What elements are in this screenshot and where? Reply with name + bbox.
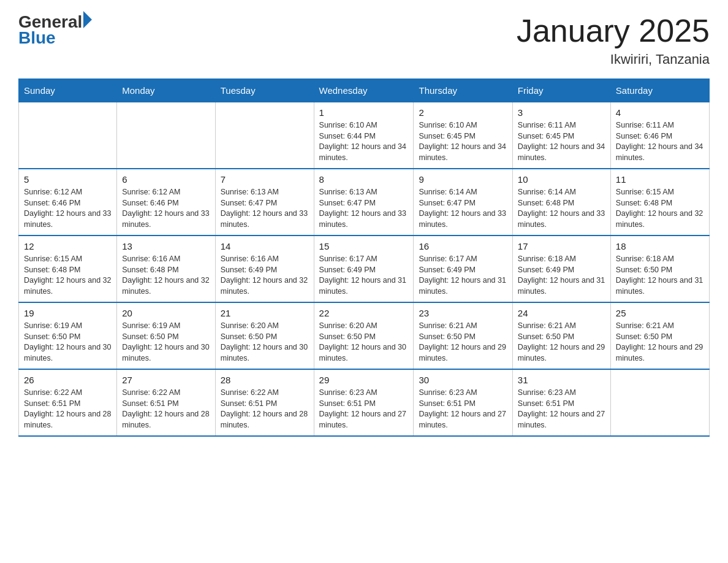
- day-number: 5: [24, 174, 112, 185]
- calendar-title: January 2025: [517, 12, 710, 49]
- day-number: 6: [122, 174, 210, 185]
- day-info: Sunrise: 6:18 AM Sunset: 6:49 PM Dayligh…: [518, 254, 605, 297]
- calendar-cell: 30Sunrise: 6:23 AM Sunset: 6:51 PM Dayli…: [414, 369, 512, 436]
- day-info: Sunrise: 6:12 AM Sunset: 6:46 PM Dayligh…: [122, 187, 210, 230]
- calendar-week-row: 1Sunrise: 6:10 AM Sunset: 6:44 PM Daylig…: [19, 102, 710, 169]
- calendar-cell: 26Sunrise: 6:22 AM Sunset: 6:51 PM Dayli…: [19, 369, 117, 436]
- day-info: Sunrise: 6:20 AM Sunset: 6:50 PM Dayligh…: [319, 321, 409, 364]
- calendar-cell: 24Sunrise: 6:21 AM Sunset: 6:50 PM Dayli…: [512, 302, 610, 369]
- day-info: Sunrise: 6:19 AM Sunset: 6:50 PM Dayligh…: [122, 321, 210, 364]
- calendar-cell: 29Sunrise: 6:23 AM Sunset: 6:51 PM Dayli…: [314, 369, 414, 436]
- day-number: 7: [221, 174, 309, 185]
- day-info: Sunrise: 6:13 AM Sunset: 6:47 PM Dayligh…: [221, 187, 309, 230]
- calendar-cell: 1Sunrise: 6:10 AM Sunset: 6:44 PM Daylig…: [314, 102, 414, 169]
- day-number: 28: [221, 375, 309, 385]
- day-info: Sunrise: 6:14 AM Sunset: 6:47 PM Dayligh…: [419, 187, 507, 230]
- day-info: Sunrise: 6:18 AM Sunset: 6:50 PM Dayligh…: [616, 254, 704, 297]
- day-number: 16: [419, 241, 507, 251]
- weekday-header-thursday: Thursday: [414, 79, 512, 102]
- calendar-body: 1Sunrise: 6:10 AM Sunset: 6:44 PM Daylig…: [19, 102, 710, 437]
- day-number: 4: [616, 107, 704, 118]
- day-number: 13: [122, 241, 210, 251]
- calendar-cell: 5Sunrise: 6:12 AM Sunset: 6:46 PM Daylig…: [19, 169, 117, 236]
- day-info: Sunrise: 6:23 AM Sunset: 6:51 PM Dayligh…: [518, 388, 605, 431]
- calendar-cell: 27Sunrise: 6:22 AM Sunset: 6:51 PM Dayli…: [117, 369, 215, 436]
- calendar-cell: 15Sunrise: 6:17 AM Sunset: 6:49 PM Dayli…: [314, 236, 414, 302]
- day-number: 12: [24, 241, 112, 251]
- weekday-header-saturday: Saturday: [610, 79, 709, 102]
- calendar-cell: 4Sunrise: 6:11 AM Sunset: 6:46 PM Daylig…: [610, 102, 709, 169]
- day-number: 27: [122, 375, 210, 385]
- day-info: Sunrise: 6:15 AM Sunset: 6:48 PM Dayligh…: [616, 187, 704, 230]
- logo-triangle-icon: [83, 11, 92, 28]
- calendar-cell: 11Sunrise: 6:15 AM Sunset: 6:48 PM Dayli…: [610, 169, 709, 236]
- day-info: Sunrise: 6:23 AM Sunset: 6:51 PM Dayligh…: [419, 388, 507, 431]
- day-info: Sunrise: 6:14 AM Sunset: 6:48 PM Dayligh…: [518, 187, 605, 230]
- calendar-cell: 13Sunrise: 6:16 AM Sunset: 6:48 PM Dayli…: [117, 236, 215, 302]
- day-info: Sunrise: 6:21 AM Sunset: 6:50 PM Dayligh…: [419, 321, 507, 364]
- day-number: 18: [616, 241, 704, 251]
- day-info: Sunrise: 6:16 AM Sunset: 6:49 PM Dayligh…: [221, 254, 309, 297]
- day-number: 25: [616, 308, 704, 318]
- day-number: 22: [319, 308, 409, 318]
- calendar-cell: [19, 102, 117, 169]
- day-number: 14: [221, 241, 309, 251]
- calendar-cell: 18Sunrise: 6:18 AM Sunset: 6:50 PM Dayli…: [610, 236, 709, 302]
- day-number: 26: [24, 375, 112, 385]
- day-number: 15: [319, 241, 409, 251]
- day-number: 31: [518, 375, 605, 385]
- day-number: 3: [518, 107, 605, 118]
- calendar-cell: 8Sunrise: 6:13 AM Sunset: 6:47 PM Daylig…: [314, 169, 414, 236]
- calendar-cell: 17Sunrise: 6:18 AM Sunset: 6:49 PM Dayli…: [512, 236, 610, 302]
- calendar-table: SundayMondayTuesdayWednesdayThursdayFrid…: [18, 79, 710, 437]
- day-info: Sunrise: 6:21 AM Sunset: 6:50 PM Dayligh…: [616, 321, 704, 364]
- logo: General Blue: [18, 12, 92, 48]
- calendar-cell: 19Sunrise: 6:19 AM Sunset: 6:50 PM Dayli…: [19, 302, 117, 369]
- calendar-cell: 25Sunrise: 6:21 AM Sunset: 6:50 PM Dayli…: [610, 302, 709, 369]
- day-info: Sunrise: 6:22 AM Sunset: 6:51 PM Dayligh…: [24, 388, 112, 431]
- calendar-header: SundayMondayTuesdayWednesdayThursdayFrid…: [19, 79, 710, 102]
- day-info: Sunrise: 6:20 AM Sunset: 6:50 PM Dayligh…: [221, 321, 309, 364]
- calendar-cell: 6Sunrise: 6:12 AM Sunset: 6:46 PM Daylig…: [117, 169, 215, 236]
- day-number: 17: [518, 241, 605, 251]
- day-info: Sunrise: 6:17 AM Sunset: 6:49 PM Dayligh…: [419, 254, 507, 297]
- weekday-header-tuesday: Tuesday: [215, 79, 314, 102]
- day-info: Sunrise: 6:11 AM Sunset: 6:46 PM Dayligh…: [616, 120, 704, 163]
- weekday-header-monday: Monday: [117, 79, 215, 102]
- calendar-subtitle: Ikwiriri, Tanzania: [517, 52, 710, 67]
- calendar-cell: 20Sunrise: 6:19 AM Sunset: 6:50 PM Dayli…: [117, 302, 215, 369]
- calendar-week-row: 26Sunrise: 6:22 AM Sunset: 6:51 PM Dayli…: [19, 369, 710, 436]
- day-number: 19: [24, 308, 112, 318]
- day-info: Sunrise: 6:12 AM Sunset: 6:46 PM Dayligh…: [24, 187, 112, 230]
- weekday-header-friday: Friday: [512, 79, 610, 102]
- calendar-cell: 10Sunrise: 6:14 AM Sunset: 6:48 PM Dayli…: [512, 169, 610, 236]
- day-number: 21: [221, 308, 309, 318]
- page-header: General Blue January 2025 Ikwiriri, Tanz…: [18, 12, 710, 67]
- day-info: Sunrise: 6:19 AM Sunset: 6:50 PM Dayligh…: [24, 321, 112, 364]
- calendar-cell: 9Sunrise: 6:14 AM Sunset: 6:47 PM Daylig…: [414, 169, 512, 236]
- calendar-cell: 2Sunrise: 6:10 AM Sunset: 6:45 PM Daylig…: [414, 102, 512, 169]
- calendar-cell: 3Sunrise: 6:11 AM Sunset: 6:45 PM Daylig…: [512, 102, 610, 169]
- weekday-header-sunday: Sunday: [19, 79, 117, 102]
- day-info: Sunrise: 6:22 AM Sunset: 6:51 PM Dayligh…: [221, 388, 309, 431]
- day-number: 11: [616, 174, 704, 185]
- calendar-cell: 21Sunrise: 6:20 AM Sunset: 6:50 PM Dayli…: [215, 302, 314, 369]
- calendar-cell: 23Sunrise: 6:21 AM Sunset: 6:50 PM Dayli…: [414, 302, 512, 369]
- calendar-week-row: 12Sunrise: 6:15 AM Sunset: 6:48 PM Dayli…: [19, 236, 710, 302]
- day-info: Sunrise: 6:15 AM Sunset: 6:48 PM Dayligh…: [24, 254, 112, 297]
- day-info: Sunrise: 6:21 AM Sunset: 6:50 PM Dayligh…: [518, 321, 605, 364]
- calendar-cell: 7Sunrise: 6:13 AM Sunset: 6:47 PM Daylig…: [215, 169, 314, 236]
- calendar-cell: 31Sunrise: 6:23 AM Sunset: 6:51 PM Dayli…: [512, 369, 610, 436]
- day-info: Sunrise: 6:16 AM Sunset: 6:48 PM Dayligh…: [122, 254, 210, 297]
- calendar-cell: [610, 369, 709, 436]
- calendar-cell: 16Sunrise: 6:17 AM Sunset: 6:49 PM Dayli…: [414, 236, 512, 302]
- day-number: 20: [122, 308, 210, 318]
- logo-blue-text: Blue: [18, 28, 92, 48]
- calendar-cell: 28Sunrise: 6:22 AM Sunset: 6:51 PM Dayli…: [215, 369, 314, 436]
- day-info: Sunrise: 6:10 AM Sunset: 6:44 PM Dayligh…: [319, 120, 409, 163]
- title-block: January 2025 Ikwiriri, Tanzania: [517, 12, 710, 67]
- day-info: Sunrise: 6:22 AM Sunset: 6:51 PM Dayligh…: [122, 388, 210, 431]
- day-info: Sunrise: 6:11 AM Sunset: 6:45 PM Dayligh…: [518, 120, 605, 163]
- day-info: Sunrise: 6:10 AM Sunset: 6:45 PM Dayligh…: [419, 120, 507, 163]
- calendar-cell: [117, 102, 215, 169]
